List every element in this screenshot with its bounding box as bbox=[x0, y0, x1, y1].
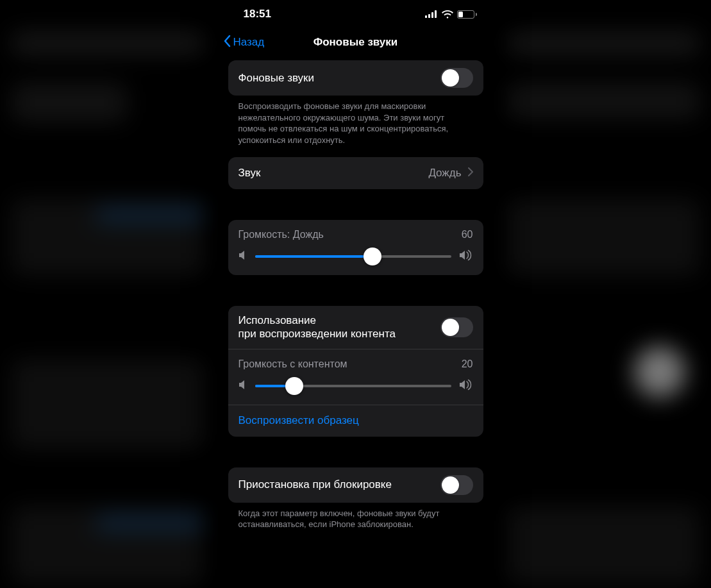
background-sounds-description: Воспроизводить фоновые звуки для маскиро… bbox=[228, 96, 483, 146]
volume-high-icon bbox=[459, 249, 473, 264]
volume-low-icon bbox=[238, 380, 247, 392]
play-sample-button[interactable]: Воспроизвести образец bbox=[228, 405, 483, 437]
lock-toggle-label: Приостановка при блокировке bbox=[238, 478, 434, 491]
row-sound-selector[interactable]: Звук Дождь bbox=[228, 157, 483, 189]
row-background-sounds-toggle[interactable]: Фоновые звуки bbox=[228, 60, 483, 96]
group-volume: Громкость: Дождь 60 bbox=[228, 220, 483, 275]
group-sound: Звук Дождь bbox=[228, 157, 483, 189]
back-button[interactable]: Назад bbox=[223, 28, 265, 56]
nav-bar: Назад Фоновые звуки bbox=[218, 28, 494, 56]
sound-value: Дождь bbox=[428, 167, 461, 180]
media-volume-slider[interactable] bbox=[255, 385, 451, 387]
group-background-sounds: Фоновые звуки bbox=[228, 60, 483, 96]
lock-description: Когда этот параметр включен, фоновые зву… bbox=[228, 503, 483, 530]
row-media-toggle[interactable]: Использование при воспроизведении контен… bbox=[228, 306, 483, 349]
background-sounds-switch[interactable] bbox=[440, 68, 473, 88]
volume-slider[interactable] bbox=[255, 255, 451, 258]
lock-switch[interactable] bbox=[440, 475, 473, 495]
volume-high-icon bbox=[459, 379, 473, 393]
background-sounds-label: Фоновые звуки bbox=[238, 72, 434, 85]
svg-rect-3 bbox=[435, 10, 437, 18]
media-volume-value: 20 bbox=[462, 358, 473, 370]
phone-frame: 18:51 31 bbox=[218, 0, 494, 588]
sound-label: Звук bbox=[238, 167, 422, 180]
volume-low-icon bbox=[238, 250, 247, 263]
svg-rect-0 bbox=[425, 15, 427, 18]
row-lock-toggle[interactable]: Приостановка при блокировке bbox=[228, 467, 483, 503]
page-title: Фоновые звуки bbox=[314, 36, 398, 49]
media-toggle-label: Использование при воспроизведении контен… bbox=[238, 314, 434, 341]
media-volume-label: Громкость с контентом bbox=[238, 358, 347, 370]
group-lock: Приостановка при блокировке bbox=[228, 467, 483, 503]
chevron-left-icon bbox=[223, 35, 231, 51]
cellular-icon bbox=[425, 10, 438, 18]
chevron-right-icon bbox=[468, 167, 473, 180]
status-time: 18:51 bbox=[244, 8, 271, 21]
volume-label: Громкость: Дождь bbox=[238, 229, 324, 240]
group-media: Использование при воспроизведении контен… bbox=[228, 306, 483, 437]
battery-icon: 31 bbox=[457, 10, 477, 19]
play-sample-label: Воспроизвести образец bbox=[238, 414, 359, 427]
status-bar: 18:51 31 bbox=[218, 0, 494, 28]
svg-rect-1 bbox=[428, 14, 430, 18]
svg-rect-2 bbox=[431, 12, 433, 18]
back-label: Назад bbox=[233, 36, 265, 49]
media-switch[interactable] bbox=[440, 317, 473, 337]
volume-value: 60 bbox=[462, 229, 473, 240]
wifi-icon bbox=[442, 10, 453, 19]
